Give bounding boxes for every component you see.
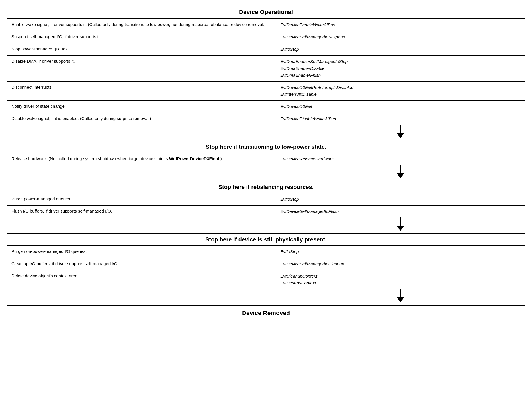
table-row: Suspend self-managed I/O, if driver supp… xyxy=(7,31,525,43)
row4-right: EvtDmaEnablerSelfManagedIoStop EvtDmaEna… xyxy=(276,56,525,81)
arrowhead-icon-3 xyxy=(397,226,404,231)
row3-left: Stop power-managed queues. xyxy=(7,43,276,55)
row6-left: Notify driver of state change xyxy=(7,101,276,113)
table-row: Delete device object's context area. Evt… xyxy=(7,270,525,305)
arrowhead-icon xyxy=(397,133,404,138)
table-row: Purge non-power-managed I/O queues. EvtI… xyxy=(7,246,525,258)
row5-left: Disconnect interrupts. xyxy=(7,82,276,100)
stop2-title: Stop here if rebalancing resources. xyxy=(7,181,525,193)
group3-row2-left: Flush I/O buffers, if driver supports se… xyxy=(7,206,276,233)
group4-row2-right: EvtDeviceSelfManagedIoCleanup xyxy=(276,258,525,270)
group4-row1-right: EvtIoStop xyxy=(276,246,525,258)
group4-row3-left: Delete device object's context area. xyxy=(7,270,276,305)
row2-left: Suspend self-managed I/O, if driver supp… xyxy=(7,31,276,43)
arrow-line xyxy=(400,125,401,133)
group3-row1-left: Purge power-managed queues. xyxy=(7,193,276,205)
row5-right: EvtDeviceD0ExitPreInterruptsDisabled Evt… xyxy=(276,82,525,100)
stop-section-2: Stop here if rebalancing resources. xyxy=(7,181,525,193)
table-row: Release hardware. (Not called during sys… xyxy=(7,153,525,181)
table-row: Enable wake signal, if driver supports i… xyxy=(7,19,525,31)
arrow-line-2 xyxy=(400,165,401,173)
stop1-title: Stop here if transitioning to low-power … xyxy=(7,141,525,153)
row7-left: Disable wake signal, if it is enabled. (… xyxy=(7,113,276,141)
group4-row2-left: Clean up I/O buffers, if driver supports… xyxy=(7,258,276,270)
group3-row1-right: EvtIoStop xyxy=(276,193,525,205)
row7-right: EvtDeviceDisableWakeAtBus xyxy=(276,113,525,141)
row1-left: Enable wake signal, if driver supports i… xyxy=(7,19,276,31)
arrowhead-icon-2 xyxy=(397,173,404,178)
table-row: Notify driver of state change EvtDeviceD… xyxy=(7,101,525,113)
table-row: Disable DMA, if driver supports it. EvtD… xyxy=(7,56,525,82)
row4-left: Disable DMA, if driver supports it. xyxy=(7,56,276,81)
group4-row1-left: Purge non-power-managed I/O queues. xyxy=(7,246,276,258)
table-row: Disable wake signal, if it is enabled. (… xyxy=(7,113,525,141)
row6-right: EvtDeviceD0Exit xyxy=(276,101,525,113)
group4-row3-right: EvtCleanupContext EvtDestroyContext xyxy=(276,270,525,305)
arrowhead-icon-4 xyxy=(397,297,404,302)
table-row: Flush I/O buffers, if driver supports se… xyxy=(7,206,525,234)
row1-right: EvtDeviceEnableWakeAtBus xyxy=(276,19,525,31)
group2-row1-left: Release hardware. (Not called during sys… xyxy=(7,153,276,181)
bold-text: WdfPowerDeviceD3Final xyxy=(169,156,219,161)
table-row: Purge power-managed queues. EvtIoStop xyxy=(7,193,525,206)
table-row: Clean up I/O buffers, if driver supports… xyxy=(7,258,525,270)
stop3-title: Stop here if device is still physically … xyxy=(7,234,525,245)
arrow-line-3 xyxy=(400,217,401,226)
table-row: Disconnect interrupts. EvtDeviceD0ExitPr… xyxy=(7,82,525,101)
page-title: Device Operational xyxy=(7,6,525,18)
row2-right: EvtDeviceSelfManagedIoSuspend xyxy=(276,31,525,43)
page-footer: Device Removed xyxy=(7,307,525,319)
group2-row1-right: EvtDeviceReleaseHardware xyxy=(276,153,525,181)
row3-right: EvtIoStop xyxy=(276,43,525,55)
stop-section-3: Stop here if device is still physically … xyxy=(7,234,525,246)
arrow-line-4 xyxy=(400,289,401,297)
stop-section-1: Stop here if transitioning to low-power … xyxy=(7,141,525,153)
group3-row2-right: EvtDeviceSelfManagedIoFlush xyxy=(276,206,525,233)
table-row: Stop power-managed queues. EvtIoStop xyxy=(7,43,525,56)
